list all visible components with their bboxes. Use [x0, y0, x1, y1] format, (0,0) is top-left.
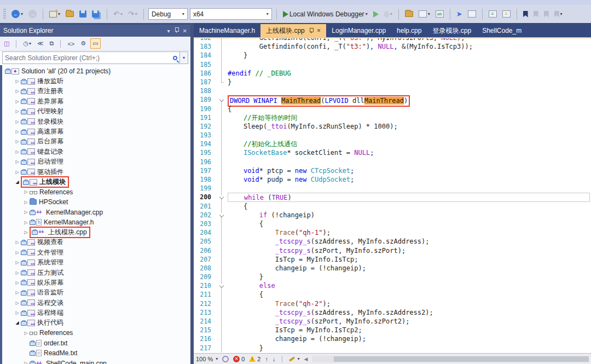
- switch-views-button[interactable]: ◫: [2, 39, 11, 48]
- scroll-left-arrow[interactable]: ◀: [304, 356, 308, 362]
- outline-margin[interactable]: [218, 219, 228, 228]
- outline-margin[interactable]: [218, 290, 228, 299]
- previous-bookmark-button[interactable]: [532, 10, 540, 19]
- tree-item[interactable]: ▷启动管理: [2, 157, 190, 167]
- tree-item[interactable]: ▷视频查看: [2, 238, 190, 247]
- outline-margin[interactable]: [218, 281, 228, 290]
- tree-item[interactable]: ▷键盘记录: [2, 147, 190, 157]
- outline-margin[interactable]: [218, 344, 228, 353]
- code-line[interactable]: 200 while (TRUE): [194, 193, 591, 201]
- expand-arrow-icon[interactable]: ▷: [22, 189, 30, 194]
- tree-item[interactable]: ▷娱乐屏幕: [2, 278, 190, 287]
- outline-margin[interactable]: [218, 334, 228, 343]
- collapse-chevron-icon[interactable]: [219, 97, 224, 102]
- zoom-dropdown[interactable]: 100 %▾: [196, 356, 218, 362]
- tree-item[interactable]: ▷播放监听: [2, 76, 190, 86]
- code-line[interactable]: 185: [194, 60, 591, 69]
- expand-arrow-icon[interactable]: ▷: [14, 270, 21, 275]
- code-line[interactable]: 208 changeip = (!changeip);: [194, 264, 591, 273]
- collapse-chevron-icon[interactable]: [219, 195, 224, 199]
- expand-arrow-icon[interactable]: ▷: [22, 331, 30, 336]
- save-all-button[interactable]: [90, 9, 102, 19]
- tree-item[interactable]: ▷代理映射: [2, 107, 190, 117]
- outline-margin[interactable]: [218, 299, 228, 308]
- outline-margin[interactable]: [218, 42, 228, 51]
- collapse-arrow-icon[interactable]: ◢: [14, 320, 21, 325]
- expand-arrow-icon[interactable]: ▷: [22, 220, 30, 225]
- collapse-all-button[interactable]: ≪: [36, 39, 45, 48]
- select-mode-button[interactable]: ➤: [455, 10, 464, 19]
- expand-arrow-icon[interactable]: ▷: [14, 119, 21, 124]
- tree-item[interactable]: ▷++KernelManager.cpp: [2, 207, 190, 217]
- code-line[interactable]: 214 _tcscpy_s(szPort, MyInfo.szPort2);: [194, 317, 591, 326]
- document-tab[interactable]: LoginManager.cpp: [326, 24, 391, 37]
- expand-arrow-icon[interactable]: ▷: [14, 240, 21, 245]
- tree-item[interactable]: order.txt: [2, 338, 190, 348]
- outline-margin[interactable]: [218, 95, 228, 104]
- tree-item[interactable]: ▷远程交谈: [2, 298, 190, 308]
- outline-margin[interactable]: [218, 51, 228, 60]
- search-options-dropdown[interactable]: ▾: [180, 51, 188, 64]
- tree-item[interactable]: ▷系统管理: [2, 257, 190, 267]
- start-without-debugging-button[interactable]: [372, 10, 380, 19]
- pin-icon[interactable]: [309, 28, 313, 33]
- outline-margin[interactable]: [218, 140, 228, 148]
- outline-margin[interactable]: [218, 122, 228, 131]
- sync-with-active-document-button[interactable]: <>: [66, 39, 76, 48]
- code-line[interactable]: 210 else: [194, 281, 591, 290]
- code-line[interactable]: 198 void* pudp = new CUdpSocket;: [194, 175, 591, 184]
- code-line[interactable]: 191 //开始等待的时间: [194, 113, 591, 122]
- outline-margin[interactable]: [218, 193, 228, 201]
- expand-arrow-icon[interactable]: ▷: [14, 159, 21, 164]
- code-line[interactable]: 212 Trace("qh-2");: [194, 299, 591, 308]
- toggle-bookmark-button[interactable]: [522, 10, 530, 19]
- redo-button[interactable]: ↷▾: [126, 10, 139, 19]
- outline-margin[interactable]: [218, 113, 228, 122]
- expand-arrow-icon[interactable]: ▷: [14, 129, 21, 134]
- tree-item[interactable]: ◢上线模块: [2, 177, 190, 187]
- next-issue-button[interactable]: ↓: [273, 356, 276, 362]
- outline-margin[interactable]: [218, 237, 228, 246]
- document-health-icon[interactable]: [222, 356, 229, 362]
- outline-margin[interactable]: [218, 60, 228, 69]
- navigate-to-button[interactable]: ▾: [417, 9, 432, 19]
- tree-item[interactable]: ▷驱动插件: [2, 167, 190, 177]
- document-tab[interactable]: 上线模块.cpp✕: [260, 24, 326, 37]
- code-line[interactable]: 190{: [194, 105, 591, 113]
- code-line[interactable]: 217 }: [194, 344, 591, 353]
- outline-margin[interactable]: [218, 326, 228, 334]
- expand-arrow-icon[interactable]: ▷: [14, 301, 21, 305]
- code-line[interactable]: 193: [194, 131, 591, 140]
- expand-arrow-icon[interactable]: ▷: [14, 79, 21, 84]
- outline-margin[interactable]: [218, 158, 228, 166]
- expand-arrow-icon[interactable]: ▷: [14, 89, 21, 94]
- expand-arrow-icon[interactable]: ▷: [22, 210, 30, 215]
- expand-arrow-icon[interactable]: ▷: [14, 310, 21, 315]
- expand-arrow-icon[interactable]: ▷: [14, 250, 21, 255]
- code-line[interactable]: 195 ISocketBase* socketClient = NULL;: [194, 148, 591, 157]
- expand-arrow-icon[interactable]: ▷: [22, 361, 30, 364]
- tree-item[interactable]: ▷++ShellCode_main.cpp: [2, 358, 190, 364]
- outline-margin[interactable]: [218, 228, 228, 237]
- code-surface[interactable]: 182 Getfindinfo(confi, _T("o3:"), MyInfo…: [194, 38, 591, 353]
- document-tab[interactable]: help.cpp: [391, 24, 427, 37]
- pin-icon[interactable]: [175, 27, 178, 34]
- open-file-button[interactable]: [64, 10, 76, 18]
- tree-item[interactable]: ▷差异屏幕: [2, 96, 190, 106]
- expand-arrow-icon[interactable]: ▷: [14, 290, 21, 295]
- document-tab[interactable]: ShellCode_m: [477, 24, 527, 37]
- tree-item[interactable]: ▷后台屏幕: [2, 137, 190, 147]
- tree-item[interactable]: ▷++上线模块.cpp: [2, 227, 190, 237]
- search-input[interactable]: Search Solution Explorer (Ctrl+;): [2, 51, 180, 64]
- code-line[interactable]: 192 Sleep(_ttoi(MyInfo.szRunSleep) * 100…: [194, 122, 591, 131]
- outline-margin[interactable]: [218, 317, 228, 326]
- window-position-icon[interactable]: ▾: [167, 28, 170, 34]
- solution-explorer-titlebar[interactable]: Solution Explorer ▾ ✕: [0, 25, 190, 37]
- close-icon[interactable]: ✕: [317, 28, 321, 33]
- tree-item[interactable]: ◢执行代码: [2, 318, 190, 328]
- tree-item[interactable]: ReadMe.txt: [2, 348, 190, 358]
- code-line[interactable]: 187}: [194, 78, 591, 86]
- toolbar-grip[interactable]: [3, 9, 6, 20]
- paste-button[interactable]: [466, 9, 478, 19]
- outline-margin[interactable]: [218, 131, 228, 140]
